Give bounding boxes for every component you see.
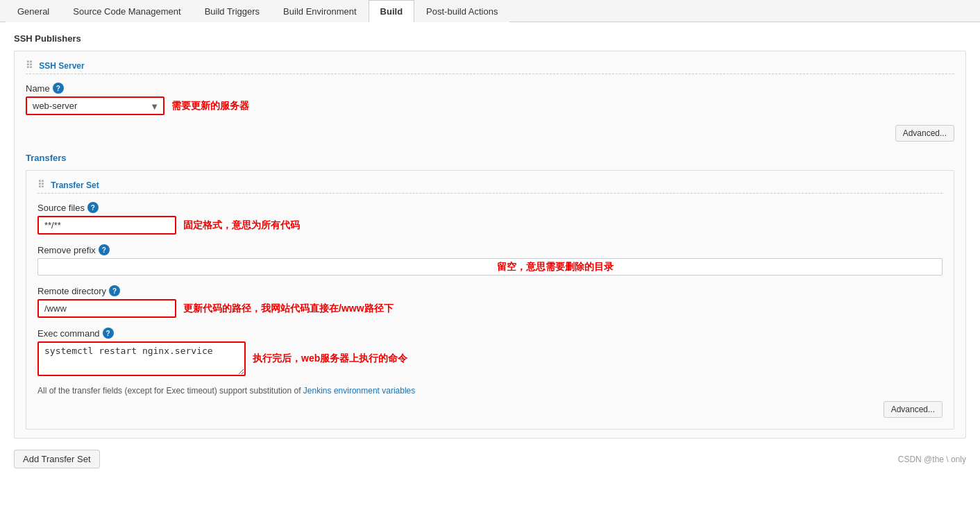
ssh-publishers-block: ⠿ SSH Server Name ? web-server ▼ 需要更新的服务… (14, 51, 966, 439)
name-annotation: 需要更新的服务器 (171, 100, 249, 112)
source-files-row: Source files ? 固定格式，意思为所有代码 (37, 202, 943, 235)
tab-source-code[interactable]: Source Code Management (61, 0, 192, 22)
remove-prefix-help-icon[interactable]: ? (99, 244, 110, 255)
remove-prefix-label: Remove prefix ? (37, 244, 943, 255)
name-label: Name ? (26, 83, 954, 94)
exec-command-input-row: 执行完后，web服务器上执行的命令 (37, 341, 407, 376)
name-field-row: Name ? web-server ▼ 需要更新的服务器 (26, 83, 954, 115)
source-files-input-row: 固定格式，意思为所有代码 (37, 216, 300, 235)
ssh-publishers-header: SSH Publishers (14, 33, 966, 44)
tabs-bar: General Source Code Management Build Tri… (0, 0, 980, 22)
transfers-header: Transfers (26, 153, 954, 163)
transfer-info-text: All of the transfer fields (except for E… (37, 386, 943, 396)
remote-directory-input[interactable] (37, 299, 176, 318)
drag-handle[interactable]: ⠿ (26, 60, 33, 71)
remove-prefix-input[interactable] (37, 258, 943, 276)
remote-directory-label: Remote directory ? (37, 285, 943, 296)
remove-prefix-row: Remove prefix ? 留空，意思需要删除的目录 (37, 244, 943, 276)
add-transfer-set-btn[interactable]: Add Transfer Set (14, 450, 100, 468)
source-files-annotation: 固定格式，意思为所有代码 (183, 219, 300, 232)
name-select-wrapper: web-server ▼ (26, 96, 164, 115)
tab-build-environment[interactable]: Build Environment (271, 0, 369, 22)
name-help-icon[interactable]: ? (53, 83, 64, 94)
transfer-drag-handle[interactable]: ⠿ (37, 179, 44, 190)
tab-build[interactable]: Build (369, 0, 415, 22)
tab-build-triggers[interactable]: Build Triggers (193, 0, 271, 22)
transfer-advanced-btn[interactable]: Advanced... (884, 401, 943, 418)
name-input-annotation-row: web-server ▼ 需要更新的服务器 (26, 96, 249, 115)
transfers-section: Transfers ⠿ Transfer Set Source files ? … (26, 153, 954, 430)
tab-general[interactable]: General (6, 0, 61, 22)
ssh-server-advanced-btn-row: Advanced... (26, 125, 954, 142)
exec-command-annotation: 执行完后，web服务器上执行的命令 (253, 353, 407, 365)
ssh-server-advanced-btn[interactable]: Advanced... (895, 125, 954, 142)
source-files-label: Source files ? (37, 202, 943, 213)
transfer-advanced-btn-row: Advanced... (37, 401, 943, 418)
source-files-help-icon[interactable]: ? (87, 202, 99, 213)
remote-directory-annotation: 更新代码的路径，我网站代码直接在/www路径下 (183, 303, 394, 315)
source-files-input[interactable] (37, 216, 176, 235)
exec-command-help-icon[interactable]: ? (103, 328, 114, 339)
exec-command-input[interactable] (37, 341, 246, 376)
tab-post-build[interactable]: Post-build Actions (414, 0, 509, 22)
name-select[interactable]: web-server (26, 96, 164, 115)
remove-prefix-input-row: 留空，意思需要删除的目录 (37, 258, 943, 276)
ssh-server-header: ⠿ SSH Server (26, 60, 954, 74)
csdn-watermark: CSDN @the \ only (898, 455, 966, 464)
remote-directory-help-icon[interactable]: ? (109, 285, 120, 296)
transfer-set-block: ⠿ Transfer Set Source files ? 固定格式，意思为所有… (26, 170, 954, 430)
exec-command-row: Exec command ? 执行完后，web服务器上执行的命令 (37, 328, 943, 376)
remove-prefix-annotation: 留空，意思需要删除的目录 (497, 261, 614, 273)
exec-command-label: Exec command ? (37, 328, 943, 339)
transfer-set-header: ⠿ Transfer Set (37, 179, 943, 194)
main-content: SSH Publishers ⠿ SSH Server Name ? web-s… (0, 22, 980, 480)
jenkins-env-vars-link[interactable]: Jenkins environment variables (303, 386, 415, 396)
remote-directory-row: Remote directory ? 更新代码的路径，我网站代码直接在/www路… (37, 285, 943, 318)
footer-row: Add Transfer Set CSDN @the \ only (14, 450, 966, 468)
remote-directory-input-row: 更新代码的路径，我网站代码直接在/www路径下 (37, 299, 394, 318)
